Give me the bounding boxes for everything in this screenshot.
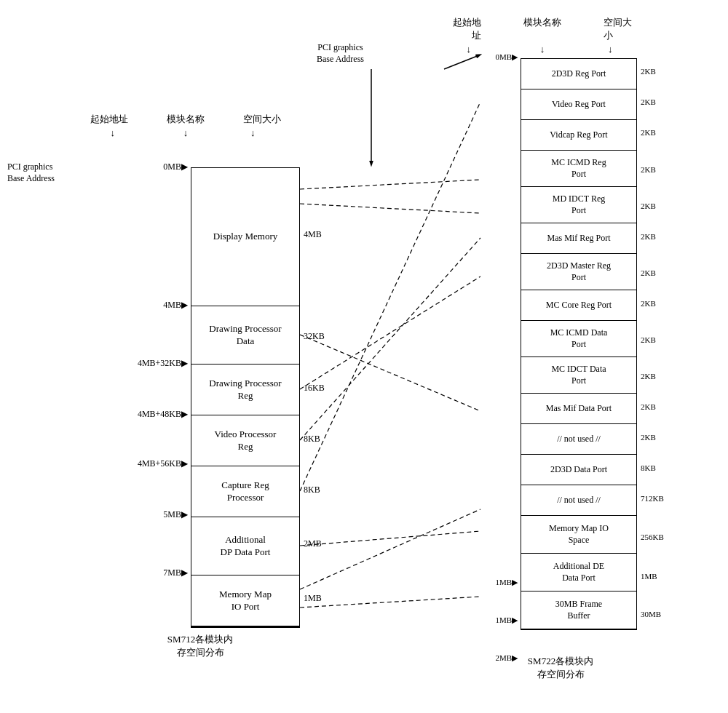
right-cell-mc-core: MC Core Reg Port bbox=[521, 290, 636, 321]
rs-256kb: 256KB bbox=[641, 533, 664, 541]
right-cell-not-used-1: // not used // bbox=[521, 424, 636, 455]
right-header-area: 起始地址 模块名称 空间大小 ↓ ↓ ↓ bbox=[444, 16, 637, 55]
right-cell-mc-icmd-data: MC ICMD DataPort bbox=[521, 321, 636, 357]
rs-2kb-7: 2KB bbox=[641, 268, 656, 277]
rs-2kb-11: 2KB bbox=[641, 402, 656, 411]
right-addr-col: 0MB▶ 1MB▶ 1MB▶ 2MB▶ bbox=[480, 58, 521, 630]
rs-2kb-8: 2KB bbox=[641, 299, 656, 308]
size-16kb: 16KB bbox=[304, 383, 325, 394]
rs-2kb-12: 2KB bbox=[641, 433, 656, 442]
right-cell-2d3d-master: 2D3D Master RegPort bbox=[521, 254, 636, 290]
left-cell-video-proc-reg: Video ProcessorReg bbox=[191, 415, 299, 466]
size-4mb: 4MB bbox=[304, 229, 322, 240]
right-cell-mc-icmd-reg: MC ICMD RegPort bbox=[521, 151, 636, 187]
right-cell-not-used-2: // not used // bbox=[521, 485, 636, 516]
size-8kb-2: 8KB bbox=[304, 485, 320, 495]
right-col-header-size: 空间大小 bbox=[601, 16, 637, 42]
left-addr-col: 0MB▶ 4MB▶ 4MB+32KB▶ 4MB+48KB▶ 4MB+56KB▶ … bbox=[131, 167, 191, 627]
right-cell-additional-de: Additional DEData Port bbox=[521, 554, 636, 591]
right-cell-md-idct-reg: MD IDCT RegPort bbox=[521, 187, 636, 223]
right-col-header-start: 起始地址 bbox=[444, 16, 484, 42]
right-caption: SM722各模块内 存空间分布 bbox=[502, 655, 619, 681]
right-col-header-module: 模块名称 bbox=[484, 16, 601, 42]
rs-2kb-4: 2KB bbox=[641, 165, 656, 174]
addr-4mb56: 4MB+56KB▶ bbox=[138, 458, 188, 469]
right-cell-memory-map-io-space: Memory Map IOSpace bbox=[521, 516, 636, 554]
rs-1mb: 1MB bbox=[641, 572, 657, 581]
left-cell-memory-map-io: Memory MapIO Port bbox=[191, 575, 299, 626]
right-cell-2d3d-data: 2D3D Data Port bbox=[521, 455, 636, 485]
addr-0mb: 0MB▶ bbox=[163, 162, 188, 172]
size-2mb: 2MB bbox=[304, 538, 322, 549]
right-cell-mas-mif-reg: Mas Mif Reg Port bbox=[521, 223, 636, 254]
right-pci-label: PCI graphicsBase Address bbox=[317, 42, 364, 65]
size-8kb-1: 8KB bbox=[304, 434, 320, 445]
addr-4mb48: 4MB+48KB▶ bbox=[138, 409, 188, 420]
addr-7mb: 7MB▶ bbox=[163, 567, 188, 578]
right-module-col: 2D3D Reg Port Video Reg Port Vidcap Reg … bbox=[521, 58, 637, 630]
rs-2kb-3: 2KB bbox=[641, 128, 656, 137]
rs-2kb-2: 2KB bbox=[641, 97, 656, 106]
left-caption: SM712各模块内 存空间分布 bbox=[146, 633, 255, 659]
rs-8kb: 8KB bbox=[641, 463, 656, 472]
left-size-col: 4MB 32KB 16KB 8KB 8KB 2MB 1MB bbox=[300, 167, 347, 627]
left-cell-drawing-proc-reg: Drawing ProcessorReg bbox=[191, 365, 299, 415]
right-cell-vidcap-reg: Vidcap Reg Port bbox=[521, 120, 636, 151]
addr-4mb32: 4MB+32KB▶ bbox=[138, 358, 188, 369]
left-pci-label: PCI graphics Base Address bbox=[7, 162, 55, 184]
left-module-col: Display Memory Drawing ProcessorData Dra… bbox=[191, 167, 300, 627]
addr-4mb: 4MB▶ bbox=[163, 300, 188, 311]
right-size-col: 2KB 2KB 2KB 2KB 2KB 2KB 2KB 2KB 2KB 2KB … bbox=[637, 58, 677, 630]
right-cell-mc-idct-data: MC IDCT DataPort bbox=[521, 357, 636, 394]
left-cell-additional-dp: AdditionalDP Data Port bbox=[191, 517, 299, 575]
left-col-header-start: 起始地址 bbox=[73, 113, 131, 126]
rs-30mb: 30MB bbox=[641, 610, 661, 618]
rs-2kb-5: 2KB bbox=[641, 202, 656, 210]
right-addr-1mb-2: 1MB▶ bbox=[495, 616, 518, 625]
rs-2kb-6: 2KB bbox=[641, 232, 656, 241]
rs-2kb-10: 2KB bbox=[641, 372, 656, 381]
left-col-header-module: 模块名称 bbox=[131, 113, 240, 126]
left-col-header-size: 空间大小 bbox=[240, 113, 284, 126]
left-table-wrapper: 0MB▶ 4MB▶ 4MB+32KB▶ 4MB+48KB▶ 4MB+56KB▶ … bbox=[131, 167, 347, 628]
left-cell-display-memory: Display Memory bbox=[191, 168, 299, 306]
right-addr-0mb: 0MB▶ bbox=[495, 52, 518, 62]
diagram-container: 起始地址 模块名称 空间大小 ↓ ↓ ↓ PCI graphics Base A… bbox=[0, 0, 728, 713]
size-1mb: 1MB bbox=[304, 593, 322, 604]
right-cell-frame-buffer: 30MB FrameBuffer bbox=[521, 591, 636, 629]
right-cell-2d3d-reg: 2D3D Reg Port bbox=[521, 59, 636, 89]
right-table-wrapper: 0MB▶ 1MB▶ 1MB▶ 2MB▶ 2D3D Reg Port Video … bbox=[480, 58, 677, 630]
right-cell-mas-mif-data: Mas Mif Data Port bbox=[521, 394, 636, 424]
svg-line-2 bbox=[444, 55, 479, 69]
left-cell-drawing-proc-data: Drawing ProcessorData bbox=[191, 306, 299, 365]
right-addr-1mb-1: 1MB▶ bbox=[495, 578, 518, 587]
rs-712kb: 712KB bbox=[641, 494, 664, 503]
size-32kb: 32KB bbox=[304, 331, 325, 342]
addr-5mb: 5MB▶ bbox=[163, 509, 188, 520]
rs-2kb-1: 2KB bbox=[641, 67, 656, 76]
rs-2kb-9: 2KB bbox=[641, 335, 656, 344]
left-cell-capture-reg: Capture RegProcessor bbox=[191, 466, 299, 517]
right-cell-video-reg: Video Reg Port bbox=[521, 89, 636, 120]
left-header-start: 起始地址 模块名称 空间大小 ↓ ↓ ↓ bbox=[73, 113, 284, 139]
